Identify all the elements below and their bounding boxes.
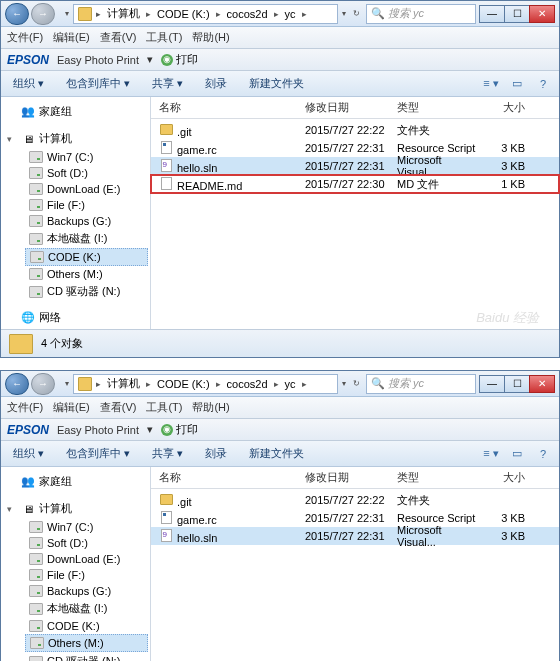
- maximize-button[interactable]: ☐: [504, 375, 530, 393]
- file-row[interactable]: hello.sln2015/7/27 22:31Microsoft Visual…: [151, 157, 559, 175]
- forward-button[interactable]: →: [31, 373, 55, 395]
- minimize-button[interactable]: —: [479, 5, 505, 23]
- forward-button[interactable]: →: [31, 3, 55, 25]
- command-item[interactable]: 共享 ▾: [146, 443, 189, 464]
- tree-item-computer[interactable]: ▾🖥计算机: [3, 498, 148, 519]
- menu-item[interactable]: 工具(T): [146, 30, 182, 45]
- menu-item[interactable]: 查看(V): [100, 400, 137, 415]
- column-header-size[interactable]: 大小: [477, 100, 525, 115]
- menu-item[interactable]: 帮助(H): [192, 30, 229, 45]
- chevron-right-icon[interactable]: ▸: [300, 379, 309, 389]
- breadcrumb[interactable]: ▸计算机▸CODE (K:)▸cocos2d▸yc▸: [73, 4, 338, 24]
- tree-item-drive[interactable]: 本地磁盘 (I:): [25, 229, 148, 248]
- chevron-right-icon[interactable]: ▸: [214, 9, 223, 19]
- breadcrumb-part[interactable]: yc: [283, 8, 298, 20]
- column-header-name[interactable]: 名称: [155, 100, 305, 115]
- close-button[interactable]: ✕: [529, 5, 555, 23]
- tree-item-drive[interactable]: DownLoad (E:): [25, 181, 148, 197]
- column-header-type[interactable]: 类型: [397, 470, 477, 485]
- tree-item-drive[interactable]: Soft (D:): [25, 535, 148, 551]
- command-item[interactable]: 包含到库中 ▾: [60, 73, 136, 94]
- tree-item-drive[interactable]: Win7 (C:): [25, 519, 148, 535]
- command-item[interactable]: 共享 ▾: [146, 73, 189, 94]
- breadcrumb-part[interactable]: 计算机: [105, 6, 142, 21]
- back-button[interactable]: ←: [5, 3, 29, 25]
- tree-item-drive[interactable]: Others (M:): [25, 634, 148, 652]
- search-input[interactable]: 🔍搜索 yc: [366, 4, 476, 24]
- refresh-button[interactable]: ↻: [350, 3, 362, 25]
- minimize-button[interactable]: —: [479, 375, 505, 393]
- preview-pane-icon[interactable]: ▭: [507, 75, 527, 93]
- tree-item-homegroup[interactable]: 👥家庭组: [3, 101, 148, 122]
- breadcrumb-part[interactable]: cocos2d: [225, 378, 270, 390]
- menu-item[interactable]: 编辑(E): [53, 400, 90, 415]
- tree-item-computer[interactable]: ▾🖥计算机: [3, 128, 148, 149]
- column-header-name[interactable]: 名称: [155, 470, 305, 485]
- file-row[interactable]: game.rc2015/7/27 22:31Resource Script3 K…: [151, 139, 559, 157]
- refresh-button[interactable]: ↻: [350, 373, 362, 395]
- chevron-right-icon[interactable]: ▸: [94, 9, 103, 19]
- column-header-date[interactable]: 修改日期: [305, 100, 397, 115]
- refresh-dropdown[interactable]: ▾: [338, 3, 350, 25]
- history-dropdown[interactable]: ▾: [61, 373, 73, 395]
- file-row[interactable]: hello.sln2015/7/27 22:31Microsoft Visual…: [151, 527, 559, 545]
- tree-item-drive[interactable]: Win7 (C:): [25, 149, 148, 165]
- menu-item[interactable]: 帮助(H): [192, 400, 229, 415]
- print-button[interactable]: ◉打印: [161, 422, 198, 437]
- column-header-type[interactable]: 类型: [397, 100, 477, 115]
- chevron-right-icon[interactable]: ▸: [144, 379, 153, 389]
- file-row[interactable]: game.rc2015/7/27 22:31Resource Script3 K…: [151, 509, 559, 527]
- chevron-right-icon[interactable]: ▸: [214, 379, 223, 389]
- back-button[interactable]: ←: [5, 373, 29, 395]
- tree-item-drive[interactable]: 本地磁盘 (I:): [25, 599, 148, 618]
- maximize-button[interactable]: ☐: [504, 5, 530, 23]
- expander-icon[interactable]: ▾: [7, 504, 17, 514]
- breadcrumb-part[interactable]: CODE (K:): [155, 8, 212, 20]
- file-row[interactable]: README.md2015/7/27 22:30MD 文件1 KB: [151, 175, 559, 193]
- search-input[interactable]: 🔍搜索 yc: [366, 374, 476, 394]
- print-button[interactable]: ◉打印: [161, 52, 198, 67]
- command-item[interactable]: 新建文件夹: [243, 443, 310, 464]
- command-item[interactable]: 包含到库中 ▾: [60, 443, 136, 464]
- history-dropdown[interactable]: ▾: [61, 3, 73, 25]
- close-button[interactable]: ✕: [529, 375, 555, 393]
- help-icon[interactable]: ?: [533, 445, 553, 463]
- tree-item-drive[interactable]: Others (M:): [25, 266, 148, 282]
- chevron-right-icon[interactable]: ▸: [300, 9, 309, 19]
- menu-item[interactable]: 查看(V): [100, 30, 137, 45]
- menu-item[interactable]: 文件(F): [7, 400, 43, 415]
- file-row[interactable]: .git2015/7/27 22:22文件夹: [151, 491, 559, 509]
- breadcrumb-part[interactable]: cocos2d: [225, 8, 270, 20]
- tree-item-homegroup[interactable]: 👥家庭组: [3, 471, 148, 492]
- tree-item-drive[interactable]: Backups (G:): [25, 213, 148, 229]
- tree-item-drive[interactable]: File (F:): [25, 567, 148, 583]
- view-options-icon[interactable]: ≡ ▾: [481, 75, 501, 93]
- command-item[interactable]: 刻录: [199, 73, 233, 94]
- chevron-right-icon[interactable]: ▸: [94, 379, 103, 389]
- tree-item-drive[interactable]: Backups (G:): [25, 583, 148, 599]
- menu-item[interactable]: 工具(T): [146, 400, 182, 415]
- tree-item-drive[interactable]: CD 驱动器 (N:): [25, 282, 148, 301]
- column-header-size[interactable]: 大小: [477, 470, 525, 485]
- chevron-right-icon[interactable]: ▸: [272, 379, 281, 389]
- chevron-right-icon[interactable]: ▸: [272, 9, 281, 19]
- expander-icon[interactable]: ▾: [7, 134, 17, 144]
- help-icon[interactable]: ?: [533, 75, 553, 93]
- tree-item-drive[interactable]: DownLoad (E:): [25, 551, 148, 567]
- tree-item-network[interactable]: 🌐网络: [3, 307, 148, 328]
- tree-item-drive[interactable]: CD 驱动器 (N:): [25, 652, 148, 661]
- tree-item-drive[interactable]: CODE (K:): [25, 248, 148, 266]
- tree-item-drive[interactable]: CODE (K:): [25, 618, 148, 634]
- tree-item-drive[interactable]: Soft (D:): [25, 165, 148, 181]
- breadcrumb-part[interactable]: yc: [283, 378, 298, 390]
- view-options-icon[interactable]: ≡ ▾: [481, 445, 501, 463]
- column-header-date[interactable]: 修改日期: [305, 470, 397, 485]
- refresh-dropdown[interactable]: ▾: [338, 373, 350, 395]
- preview-pane-icon[interactable]: ▭: [507, 445, 527, 463]
- breadcrumb-part[interactable]: 计算机: [105, 376, 142, 391]
- menu-item[interactable]: 编辑(E): [53, 30, 90, 45]
- command-item[interactable]: 新建文件夹: [243, 73, 310, 94]
- command-item[interactable]: 组织 ▾: [7, 443, 50, 464]
- breadcrumb[interactable]: ▸计算机▸CODE (K:)▸cocos2d▸yc▸: [73, 374, 338, 394]
- command-item[interactable]: 组织 ▾: [7, 73, 50, 94]
